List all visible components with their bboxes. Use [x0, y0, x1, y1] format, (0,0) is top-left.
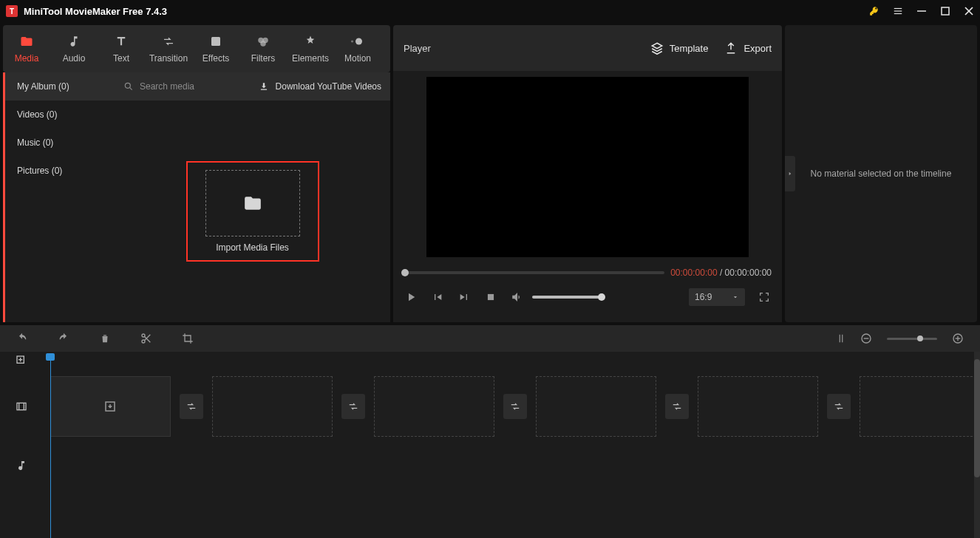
- svg-point-10: [260, 41, 266, 47]
- sidebar-item-music[interactable]: Music (0): [5, 129, 115, 157]
- clip-slot[interactable]: [536, 376, 656, 437]
- zoom-in-button[interactable]: [950, 331, 965, 346]
- undo-button[interactable]: [15, 331, 30, 346]
- svg-rect-7: [211, 37, 220, 46]
- clip-slot[interactable]: [860, 376, 980, 437]
- transition-slot[interactable]: [180, 394, 203, 419]
- export-icon: [724, 41, 738, 55]
- fit-button[interactable]: [834, 331, 848, 346]
- tab-transition[interactable]: Transition: [145, 26, 192, 72]
- transition-icon: [161, 34, 176, 49]
- timeline-toolbar: [0, 325, 980, 352]
- zoom-out-button[interactable]: [859, 331, 874, 346]
- download-youtube-button[interactable]: Download YouTube Videos: [258, 81, 381, 92]
- import-media-button[interactable]: Import Media Files: [186, 161, 319, 262]
- filters-icon: [256, 34, 270, 49]
- search-input[interactable]: Search media: [123, 81, 194, 92]
- effects-icon: [208, 34, 223, 49]
- maximize-button[interactable]: [940, 6, 950, 16]
- tab-label: Media: [15, 53, 39, 64]
- volume-button[interactable]: [510, 290, 525, 304]
- svg-rect-25: [17, 403, 26, 409]
- timeline-scrollbar[interactable]: [974, 352, 980, 538]
- clip-slot[interactable]: [50, 376, 171, 437]
- aspect-value: 16:9: [695, 292, 712, 302]
- transition-slot[interactable]: [827, 394, 851, 419]
- transition-slot[interactable]: [341, 394, 365, 419]
- svg-point-11: [355, 38, 362, 45]
- tab-filters[interactable]: Filters: [239, 26, 287, 72]
- crop-button[interactable]: [180, 331, 195, 346]
- video-track[interactable]: [43, 370, 980, 443]
- svg-rect-4: [942, 7, 949, 15]
- player-panel: Player Template Export 00:00:00:00 / 00:…: [393, 25, 782, 322]
- tab-effects[interactable]: Effects: [192, 26, 239, 72]
- video-track-icon: [0, 370, 43, 443]
- music-note-icon: [67, 34, 81, 49]
- tab-label: Audio: [63, 53, 86, 64]
- close-button[interactable]: [964, 6, 974, 16]
- export-label: Export: [743, 43, 772, 54]
- tab-label: Transition: [149, 53, 188, 64]
- export-button[interactable]: Export: [724, 41, 772, 55]
- timeline-ruler[interactable]: [43, 352, 980, 370]
- download-label: Download YouTube Videos: [276, 81, 381, 92]
- add-track-button[interactable]: [0, 352, 43, 370]
- svg-line-13: [129, 87, 132, 89]
- timeline: [0, 352, 980, 538]
- transition-slot[interactable]: [665, 394, 689, 419]
- folder-open-icon: [242, 194, 264, 213]
- template-icon: [650, 41, 664, 55]
- next-frame-button[interactable]: [457, 290, 472, 304]
- tab-label: Filters: [251, 53, 276, 64]
- audio-track[interactable]: [43, 443, 980, 488]
- tab-label: Elements: [292, 53, 329, 64]
- svg-point-12: [125, 83, 130, 88]
- library-sidebar: My Album (0) Videos (0) Music (0) Pictur…: [5, 72, 115, 322]
- clip-slot[interactable]: [698, 376, 818, 437]
- transition-slot[interactable]: [503, 394, 527, 419]
- redo-button[interactable]: [56, 331, 71, 346]
- minimize-button[interactable]: [916, 6, 927, 16]
- tab-motion[interactable]: Motion: [334, 26, 381, 72]
- tab-elements[interactable]: Elements: [287, 26, 334, 72]
- prev-frame-button[interactable]: [430, 290, 445, 304]
- delete-button[interactable]: [98, 331, 112, 346]
- sidebar-item-videos[interactable]: Videos (0): [5, 101, 115, 129]
- menu-icon[interactable]: [893, 6, 903, 16]
- app-title: MiniTool MovieMaker Free 7.4.3: [24, 6, 167, 17]
- tab-audio[interactable]: Audio: [50, 26, 98, 72]
- collapse-inspector-button[interactable]: [785, 156, 795, 191]
- template-label: Template: [670, 43, 709, 54]
- split-button[interactable]: [139, 331, 154, 346]
- sidebar-item-label: Pictures (0): [17, 166, 62, 176]
- inspector-panel: No material selected on the timeline: [785, 25, 977, 322]
- zoom-slider[interactable]: [887, 338, 937, 340]
- progress-slider[interactable]: [404, 271, 664, 274]
- tab-label: Effects: [203, 53, 229, 64]
- import-clip-icon: [103, 400, 117, 413]
- motion-icon: [350, 34, 365, 49]
- play-button[interactable]: [404, 290, 418, 304]
- sidebar-item-my-album[interactable]: My Album (0): [5, 72, 115, 101]
- fullscreen-button[interactable]: [757, 290, 772, 304]
- app-logo-icon: T: [6, 5, 18, 17]
- tab-label: Text: [113, 53, 129, 64]
- svg-rect-14: [488, 294, 494, 300]
- template-button[interactable]: Template: [650, 41, 709, 55]
- main-toolbar: Media Audio Text Transition Effects Filt…: [3, 25, 390, 72]
- tab-text[interactable]: Text: [98, 26, 145, 72]
- aspect-ratio-select[interactable]: 16:9: [689, 288, 745, 306]
- sidebar-item-pictures[interactable]: Pictures (0): [5, 157, 115, 185]
- playhead[interactable]: [50, 355, 51, 538]
- clip-slot[interactable]: [212, 376, 333, 437]
- audio-track-icon: [0, 443, 43, 488]
- volume-slider[interactable]: [532, 296, 602, 299]
- sidebar-item-label: Music (0): [17, 137, 53, 148]
- inspector-empty-message: No material selected on the timeline: [811, 168, 952, 179]
- tab-media[interactable]: Media: [3, 26, 50, 72]
- clip-slot[interactable]: [374, 376, 494, 437]
- stop-button[interactable]: [483, 290, 498, 304]
- license-key-icon[interactable]: [869, 6, 879, 16]
- time-current: 00:00:00:00: [670, 268, 717, 278]
